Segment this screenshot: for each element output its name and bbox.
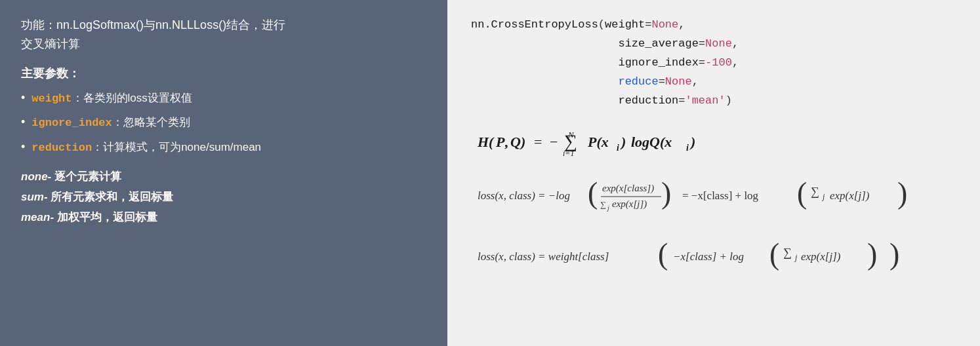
- formula-entropy: H( P , Q ) = − N ∑ i=1 P(x i ) logQ(x i …: [471, 123, 956, 161]
- svg-text:H(: H(: [477, 134, 495, 150]
- svg-text:j: j: [606, 204, 609, 212]
- param-name-ignore: ignore_index: [31, 115, 112, 132]
- svg-text:): ): [867, 237, 877, 271]
- svg-text:exp(x[j]): exp(x[j]): [801, 250, 841, 263]
- code-val-num: -100: [705, 56, 732, 69]
- svg-text:j: j: [794, 253, 798, 262]
- svg-text:): ): [520, 134, 525, 150]
- svg-text:i: i: [617, 143, 619, 153]
- svg-text:∑: ∑: [783, 246, 792, 259]
- code-function-name: nn.CrossEntropyLoss: [471, 18, 598, 31]
- left-panel: 功能：nn.LogSoftmax()与nn.NLLLoss()结合，进行 交叉熵…: [0, 0, 447, 346]
- svg-text:): ): [897, 176, 907, 210]
- reduction-sum: sum- 所有元素求和，返回标量: [21, 189, 426, 204]
- code-val-mean: 'mean': [685, 94, 725, 107]
- svg-text:P: P: [495, 134, 505, 150]
- svg-text:−: −: [550, 134, 558, 150]
- code-param-size-avg: size_average: [618, 37, 698, 50]
- reduction-none-dash: - 逐个元素计算: [48, 170, 121, 183]
- code-val-none2: None: [705, 37, 732, 50]
- reduction-modes: none- 逐个元素计算 sum- 所有元素求和，返回标量 mean- 加权平均…: [21, 169, 426, 225]
- right-panel: nn.CrossEntropyLoss(weight=None, size_av…: [447, 0, 980, 346]
- svg-text:): ): [889, 237, 899, 271]
- svg-text:(: (: [797, 176, 807, 210]
- param-name-weight: weight: [31, 90, 71, 107]
- bullet-icon: •: [21, 89, 25, 107]
- code-param-reduce: reduce: [618, 75, 658, 88]
- code-param-weight: weight: [605, 18, 645, 31]
- params-title: 主要参数：: [21, 66, 426, 81]
- param-weight: • weight ：各类别的loss设置权值: [21, 89, 426, 107]
- code-param-ignore: ignore_index: [618, 56, 698, 69]
- svg-text:exp(x[j]): exp(x[j]): [830, 189, 870, 202]
- func-line1: 功能：nn.LogSoftmax()与nn.NLLLoss()结合，进行: [21, 18, 285, 31]
- param-desc-reduction: ：计算模式，可为none/sum/mean: [92, 139, 261, 156]
- svg-text:i=1: i=1: [563, 149, 574, 156]
- svg-text:= −x[class] + log: = −x[class] + log: [682, 189, 759, 202]
- reduction-none: none- 逐个元素计算: [21, 169, 426, 184]
- reduction-none-key: none: [21, 170, 48, 183]
- svg-text:logQ(x: logQ(x: [631, 134, 672, 150]
- reduction-mean-key: mean: [21, 211, 50, 223]
- svg-text:,: ,: [504, 134, 509, 150]
- svg-text:(: (: [769, 237, 779, 271]
- svg-text:P(x: P(x: [587, 134, 609, 150]
- code-block: nn.CrossEntropyLoss(weight=None, size_av…: [471, 16, 956, 110]
- bullet-icon-3: •: [21, 138, 25, 156]
- formula-loss1: loss(x, class) = −log ( exp(x[class]) ∑ …: [471, 174, 956, 222]
- svg-text:∑: ∑: [600, 200, 606, 209]
- reduction-sum-desc: - 所有元素求和，返回标量: [44, 191, 173, 203]
- code-val-none1: None: [651, 18, 678, 31]
- reduction-mean: mean- 加权平均，返回标量: [21, 210, 426, 225]
- svg-text:j: j: [821, 192, 825, 201]
- func-description: 功能：nn.LogSoftmax()与nn.NLLLoss()结合，进行 交叉熵…: [21, 16, 426, 54]
- svg-text:): ): [620, 134, 626, 150]
- param-desc-ignore: ：忽略某个类别: [112, 114, 190, 131]
- svg-text:(: (: [658, 237, 668, 271]
- svg-text:∑: ∑: [811, 185, 819, 198]
- svg-text:): ): [661, 176, 671, 210]
- formula-loss1-svg: loss(x, class) = −log ( exp(x[class]) ∑ …: [471, 174, 956, 217]
- bullet-icon-2: •: [21, 113, 25, 131]
- formula-loss2: loss(x, class) = weight[class] ( −x[clas…: [471, 235, 956, 283]
- svg-text:=: =: [534, 134, 542, 150]
- func-line2: 交叉熵计算: [21, 37, 80, 50]
- reduction-mean-desc: - 加权平均，返回标量: [50, 211, 157, 223]
- svg-text:(: (: [588, 176, 598, 210]
- param-desc-weight: ：各类别的loss设置权值: [72, 90, 192, 107]
- svg-text:loss(x, class) = −log: loss(x, class) = −log: [478, 189, 570, 202]
- param-reduction: • reduction ：计算模式，可为none/sum/mean: [21, 138, 426, 157]
- reduction-sum-key: sum: [21, 191, 44, 203]
- code-param-reduction: reduction: [618, 94, 678, 107]
- formula-loss2-svg: loss(x, class) = weight[class] ( −x[clas…: [471, 235, 956, 278]
- code-val-none3: None: [665, 75, 692, 88]
- formula-entropy-svg: H( P , Q ) = − N ∑ i=1 P(x i ) logQ(x i …: [471, 123, 799, 156]
- code-open-paren: (: [598, 18, 605, 31]
- svg-text:−x[class] + log: −x[class] + log: [673, 250, 744, 263]
- svg-text:exp(x[class]): exp(x[class]): [602, 183, 654, 194]
- svg-text:): ): [689, 134, 695, 150]
- svg-text:exp(x[j]): exp(x[j]): [612, 199, 647, 210]
- svg-text:loss(x, class) = weight[class]: loss(x, class) = weight[class]: [478, 250, 609, 263]
- svg-text:Q: Q: [510, 134, 521, 150]
- svg-text:i: i: [686, 143, 689, 153]
- param-ignore-index: • ignore_index ：忽略某个类别: [21, 113, 426, 132]
- param-name-reduction: reduction: [31, 140, 92, 157]
